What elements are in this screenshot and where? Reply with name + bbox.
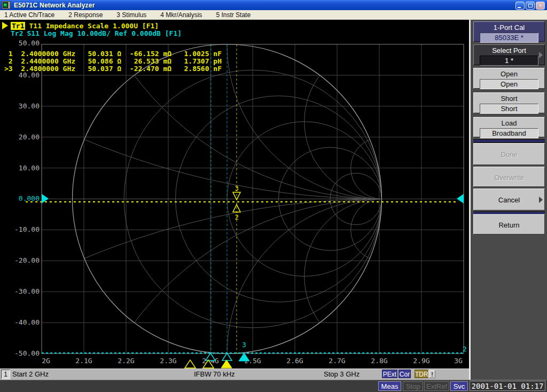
status-stop: Stop — [403, 381, 423, 391]
y-tick-m30: -30.00 — [9, 287, 40, 295]
marker-row-1: 1 2.4000000 GHz 50.031 Ω -66.152 mΩ 1.00… — [4, 50, 222, 58]
stop-frequency: Stop 3 GHz — [324, 370, 360, 378]
menu-active-ch-trace[interactable]: 1 Active Ch/Trace — [4, 11, 54, 19]
softkey-sidebar: 1-Port Cal 85033E * Select Port 1 * Open… — [471, 20, 547, 380]
y-tick-m40: -40.00 — [9, 318, 40, 326]
window-title: E5071C Network Analyzer — [14, 2, 95, 9]
y-tick-40: 40.00 — [9, 71, 40, 79]
marker-row-2: 2 2.4400000 GHz 50.086 Ω 26.533 mΩ 1.730… — [4, 58, 222, 65]
x-tick-26g: 2.6G — [278, 357, 312, 365]
trace2-status[interactable]: Tr2S11 Log Mag 10.00dB/ Ref 0.000dB [F1] — [11, 29, 182, 37]
minimize-icon[interactable] — [515, 2, 525, 10]
y-tick-m10: -10.00 — [9, 225, 40, 233]
status-extref: ExtRef — [424, 381, 449, 391]
cal-kit-value: 85033E * — [480, 33, 538, 43]
softkey-load[interactable]: Load Broadband — [473, 117, 545, 137]
trace2-format: S11 Log Mag 10.00dB/ Ref 0.000dB [F1] — [27, 29, 182, 37]
channel-number-box: 1 — [1, 370, 10, 379]
y-tick-10: 10.00 — [9, 164, 40, 172]
x-tick-27g: 2.7G — [320, 357, 354, 365]
softkey-divider — [473, 139, 545, 143]
softkey-value: Broadband — [480, 128, 538, 138]
close-icon — [536, 2, 545, 10]
y-tick-m50: -50.00 — [9, 349, 40, 357]
submenu-arrow-icon — [539, 197, 543, 203]
tdr-badge: TDR — [415, 370, 428, 378]
softkey-label: Select Port — [474, 45, 544, 54]
menu-bar: 1 Active Ch/Trace 2 Response 3 Stimulus … — [0, 10, 547, 20]
active-trace-indicator-icon — [2, 22, 8, 29]
softkey-done[interactable]: Done — [473, 143, 545, 165]
trace1-label: Tr1 — [11, 22, 25, 30]
softkey-value: Open — [480, 79, 538, 89]
y-tick-30: 30.00 — [9, 102, 40, 110]
softkey-label: Return — [474, 215, 544, 229]
app-icon — [2, 1, 11, 9]
softkey-label: Open — [474, 68, 544, 78]
softkey-value: 1 * — [480, 56, 538, 66]
x-tick-29g: 2.9G — [404, 357, 439, 365]
x-tick-24g: 2.4G — [193, 357, 228, 365]
menu-stimulus[interactable]: 3 Stimulus — [116, 11, 146, 19]
trace1-format: T11 Impedance Scale 1.000U [F1] — [29, 22, 159, 30]
ifbw-value: IFBW 70 kHz — [194, 370, 235, 378]
x-tick-25g: 2.5G — [236, 357, 270, 365]
softkey-short[interactable]: Short Short — [473, 92, 545, 113]
status-meas: Meas — [378, 381, 401, 391]
softkey-open[interactable]: Open Open — [473, 68, 545, 89]
restore-icon[interactable] — [526, 2, 535, 10]
menu-mkr-analysis[interactable]: 4 Mkr/Analysis — [160, 11, 202, 19]
y-tick-50: 50.00 — [9, 39, 40, 47]
softkey-overwrite[interactable]: Overwrite — [473, 167, 545, 187]
x-tick-21g: 2.1G — [67, 357, 101, 365]
y-tick-ref-0: 0.000 — [9, 194, 40, 202]
y-tick-m20: -20.00 — [9, 256, 40, 264]
softkey-select-port[interactable]: Select Port 1 * — [473, 44, 545, 65]
cor-badge: Cor — [398, 370, 411, 378]
softkey-label: Overwrite — [474, 167, 544, 182]
submenu-arrow-icon — [539, 52, 543, 58]
title-bar: E5071C Network Analyzer — [0, 0, 547, 10]
x-tick-2g: 2G — [29, 357, 63, 365]
menu-response[interactable]: 2 Response — [68, 11, 103, 19]
y-tick-20: 20.00 — [9, 133, 40, 141]
softkey-return[interactable]: Return — [473, 214, 545, 234]
x-tick-22g: 2.2G — [109, 357, 143, 365]
softkey-label: Short — [474, 93, 544, 103]
menu-instr-state[interactable]: 5 Instr State — [216, 11, 251, 19]
softkey-label: Done — [474, 144, 544, 159]
instrument-screen: E5071C Network Analyzer 1 Active Ch/Trac… — [0, 0, 547, 392]
status-svc: Svc — [450, 381, 468, 391]
softkey-label: Cancel — [474, 189, 544, 204]
softkey-header-1-port-cal: 1-Port Cal 85033E * — [473, 21, 545, 42]
trace2-label: Tr2 — [11, 29, 23, 37]
softkey-value: Short — [480, 104, 538, 114]
softkey-label: Load — [474, 117, 544, 127]
alert-button[interactable]: ! — [429, 370, 435, 378]
softkey-cancel[interactable]: Cancel — [473, 189, 545, 210]
start-frequency: Start 2 GHz — [12, 370, 49, 378]
x-tick-28g: 2.8G — [362, 357, 396, 365]
trace1-status[interactable]: Tr1T11 Impedance Scale 1.000U [F1] — [11, 22, 159, 30]
clock: 2001-01-01 01:17 — [470, 381, 545, 391]
softkey-header-label: 1-Port Cal — [474, 22, 544, 32]
x-tick-23g: 2.3G — [151, 357, 185, 365]
pext-badge: PExt — [382, 370, 397, 378]
